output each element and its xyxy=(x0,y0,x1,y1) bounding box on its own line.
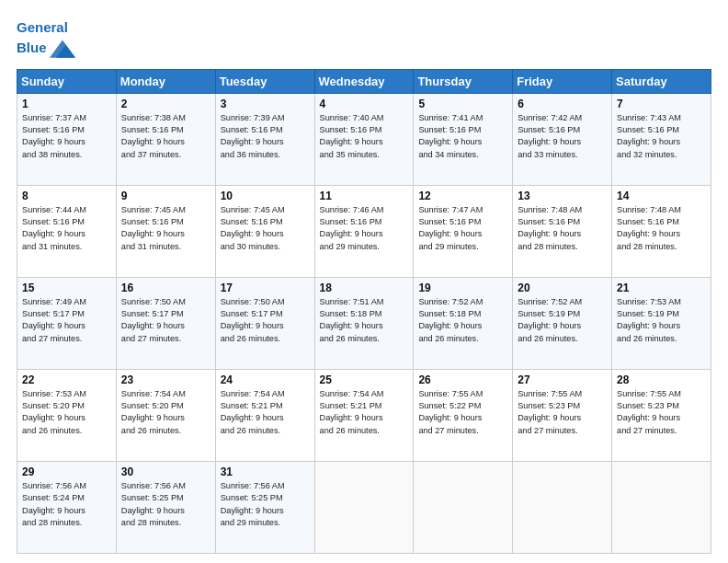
calendar-cell: 30Sunrise: 7:56 AMSunset: 5:25 PMDayligh… xyxy=(116,461,215,553)
calendar-table: SundayMondayTuesdayWednesdayThursdayFrid… xyxy=(17,69,711,555)
day-number: 31 xyxy=(221,465,310,478)
calendar-cell: 24Sunrise: 7:54 AMSunset: 5:21 PMDayligh… xyxy=(215,369,314,461)
day-number: 9 xyxy=(121,190,210,202)
calendar-cell: 3Sunrise: 7:39 AMSunset: 5:16 PMDaylight… xyxy=(215,93,314,185)
logo-icon xyxy=(50,36,75,62)
cell-info: Sunrise: 7:43 AMSunset: 5:16 PMDaylight:… xyxy=(617,112,706,161)
cell-info: Sunrise: 7:56 AMSunset: 5:24 PMDaylight:… xyxy=(22,480,111,529)
calendar-cell: 26Sunrise: 7:55 AMSunset: 5:22 PMDayligh… xyxy=(414,369,513,461)
cell-info: Sunrise: 7:42 AMSunset: 5:16 PMDaylight:… xyxy=(518,112,607,161)
cell-info: Sunrise: 7:55 AMSunset: 5:23 PMDaylight:… xyxy=(518,388,607,437)
day-number: 8 xyxy=(22,190,111,202)
day-number: 1 xyxy=(22,98,111,110)
cell-info: Sunrise: 7:48 AMSunset: 5:16 PMDaylight:… xyxy=(518,204,607,253)
calendar-cell: 27Sunrise: 7:55 AMSunset: 5:23 PMDayligh… xyxy=(513,369,612,461)
calendar-week-2: 8Sunrise: 7:44 AMSunset: 5:16 PMDaylight… xyxy=(17,185,711,277)
calendar-cell xyxy=(513,461,612,553)
calendar-cell: 20Sunrise: 7:52 AMSunset: 5:19 PMDayligh… xyxy=(513,277,612,369)
calendar-cell xyxy=(314,461,414,553)
calendar-cell: 6Sunrise: 7:42 AMSunset: 5:16 PMDaylight… xyxy=(513,93,612,185)
calendar-cell xyxy=(414,461,513,553)
calendar-cell: 2Sunrise: 7:38 AMSunset: 5:16 PMDaylight… xyxy=(116,93,215,185)
weekday-header-sunday: Sunday xyxy=(17,69,117,93)
day-number: 23 xyxy=(121,373,210,386)
calendar-cell: 31Sunrise: 7:56 AMSunset: 5:25 PMDayligh… xyxy=(215,461,314,553)
day-number: 17 xyxy=(221,282,310,294)
weekday-header-friday: Friday xyxy=(513,69,612,93)
cell-info: Sunrise: 7:50 AMSunset: 5:17 PMDaylight:… xyxy=(121,296,210,345)
day-number: 18 xyxy=(320,282,409,294)
day-number: 11 xyxy=(320,190,409,202)
day-number: 10 xyxy=(221,190,310,202)
day-number: 12 xyxy=(418,190,507,202)
day-number: 15 xyxy=(22,282,111,294)
calendar-cell: 12Sunrise: 7:47 AMSunset: 5:16 PMDayligh… xyxy=(414,185,513,277)
cell-info: Sunrise: 7:53 AMSunset: 5:20 PMDaylight:… xyxy=(22,388,111,437)
calendar-cell: 21Sunrise: 7:53 AMSunset: 5:19 PMDayligh… xyxy=(612,277,711,369)
weekday-header-thursday: Thursday xyxy=(414,69,513,93)
cell-info: Sunrise: 7:49 AMSunset: 5:17 PMDaylight:… xyxy=(22,296,111,345)
calendar-cell: 15Sunrise: 7:49 AMSunset: 5:17 PMDayligh… xyxy=(17,277,117,369)
calendar-cell: 18Sunrise: 7:51 AMSunset: 5:18 PMDayligh… xyxy=(314,277,414,369)
calendar-cell: 19Sunrise: 7:52 AMSunset: 5:18 PMDayligh… xyxy=(414,277,513,369)
calendar-week-3: 15Sunrise: 7:49 AMSunset: 5:17 PMDayligh… xyxy=(17,277,711,369)
day-number: 2 xyxy=(121,98,210,110)
calendar-cell: 13Sunrise: 7:48 AMSunset: 5:16 PMDayligh… xyxy=(513,185,612,277)
day-number: 27 xyxy=(518,373,607,386)
cell-info: Sunrise: 7:51 AMSunset: 5:18 PMDaylight:… xyxy=(320,296,409,345)
calendar-week-4: 22Sunrise: 7:53 AMSunset: 5:20 PMDayligh… xyxy=(17,369,711,461)
cell-info: Sunrise: 7:39 AMSunset: 5:16 PMDaylight:… xyxy=(221,112,310,161)
day-number: 30 xyxy=(121,465,210,478)
cell-info: Sunrise: 7:47 AMSunset: 5:16 PMDaylight:… xyxy=(418,204,507,253)
calendar-cell: 23Sunrise: 7:54 AMSunset: 5:20 PMDayligh… xyxy=(116,369,215,461)
logo-blue: Blue xyxy=(17,40,47,56)
page: General Blue SundayMondayTuesdayWednesda… xyxy=(0,0,728,563)
weekday-header-row: SundayMondayTuesdayWednesdayThursdayFrid… xyxy=(17,69,711,93)
cell-info: Sunrise: 7:54 AMSunset: 5:21 PMDaylight:… xyxy=(320,388,409,437)
day-number: 29 xyxy=(22,465,111,478)
logo: General Blue xyxy=(17,20,75,62)
logo-text: General xyxy=(17,20,75,36)
day-number: 4 xyxy=(320,98,409,110)
calendar-cell: 28Sunrise: 7:55 AMSunset: 5:23 PMDayligh… xyxy=(612,369,711,461)
cell-info: Sunrise: 7:56 AMSunset: 5:25 PMDaylight:… xyxy=(221,480,310,529)
day-number: 6 xyxy=(518,98,607,110)
cell-info: Sunrise: 7:55 AMSunset: 5:23 PMDaylight:… xyxy=(617,388,706,437)
cell-info: Sunrise: 7:46 AMSunset: 5:16 PMDaylight:… xyxy=(320,204,409,253)
cell-info: Sunrise: 7:48 AMSunset: 5:16 PMDaylight:… xyxy=(617,204,706,253)
cell-info: Sunrise: 7:53 AMSunset: 5:19 PMDaylight:… xyxy=(617,296,706,345)
day-number: 20 xyxy=(518,282,607,294)
cell-info: Sunrise: 7:45 AMSunset: 5:16 PMDaylight:… xyxy=(121,204,210,253)
weekday-header-monday: Monday xyxy=(116,69,215,93)
cell-info: Sunrise: 7:38 AMSunset: 5:16 PMDaylight:… xyxy=(121,112,210,161)
cell-info: Sunrise: 7:55 AMSunset: 5:22 PMDaylight:… xyxy=(418,388,507,437)
calendar-cell: 11Sunrise: 7:46 AMSunset: 5:16 PMDayligh… xyxy=(314,185,414,277)
day-number: 22 xyxy=(22,373,111,386)
cell-info: Sunrise: 7:40 AMSunset: 5:16 PMDaylight:… xyxy=(320,112,409,161)
calendar-cell: 1Sunrise: 7:37 AMSunset: 5:16 PMDaylight… xyxy=(17,93,117,185)
weekday-header-saturday: Saturday xyxy=(612,69,711,93)
cell-info: Sunrise: 7:45 AMSunset: 5:16 PMDaylight:… xyxy=(221,204,310,253)
cell-info: Sunrise: 7:41 AMSunset: 5:16 PMDaylight:… xyxy=(418,112,507,161)
calendar-cell: 10Sunrise: 7:45 AMSunset: 5:16 PMDayligh… xyxy=(215,185,314,277)
day-number: 3 xyxy=(221,98,310,110)
logo-general: General xyxy=(17,19,68,35)
day-number: 24 xyxy=(221,373,310,386)
cell-info: Sunrise: 7:37 AMSunset: 5:16 PMDaylight:… xyxy=(22,112,111,161)
weekday-header-tuesday: Tuesday xyxy=(215,69,314,93)
day-number: 28 xyxy=(617,373,706,386)
calendar-cell: 7Sunrise: 7:43 AMSunset: 5:16 PMDaylight… xyxy=(612,93,711,185)
calendar-body: 1Sunrise: 7:37 AMSunset: 5:16 PMDaylight… xyxy=(17,93,711,554)
calendar-cell: 17Sunrise: 7:50 AMSunset: 5:17 PMDayligh… xyxy=(215,277,314,369)
day-number: 5 xyxy=(418,98,507,110)
calendar-week-1: 1Sunrise: 7:37 AMSunset: 5:16 PMDaylight… xyxy=(17,93,711,185)
cell-info: Sunrise: 7:54 AMSunset: 5:20 PMDaylight:… xyxy=(121,388,210,437)
day-number: 25 xyxy=(320,373,409,386)
weekday-header-wednesday: Wednesday xyxy=(314,69,414,93)
calendar-cell: 22Sunrise: 7:53 AMSunset: 5:20 PMDayligh… xyxy=(17,369,117,461)
cell-info: Sunrise: 7:44 AMSunset: 5:16 PMDaylight:… xyxy=(22,204,111,253)
header: General Blue xyxy=(17,17,711,62)
day-number: 14 xyxy=(617,190,706,202)
cell-info: Sunrise: 7:56 AMSunset: 5:25 PMDaylight:… xyxy=(121,480,210,529)
calendar-cell: 9Sunrise: 7:45 AMSunset: 5:16 PMDaylight… xyxy=(116,185,215,277)
